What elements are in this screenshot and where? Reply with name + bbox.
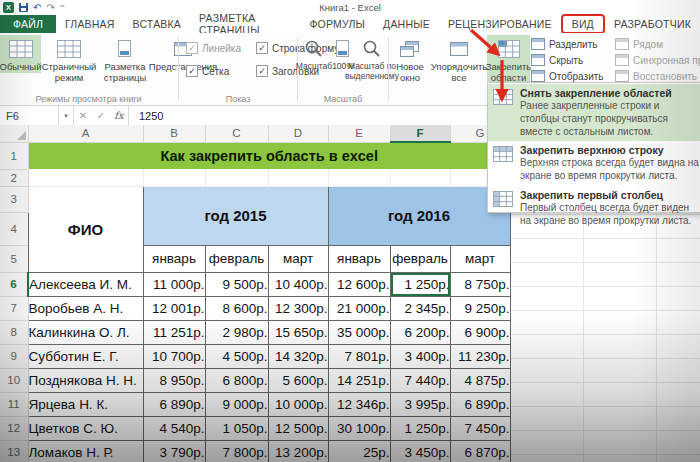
row-header-5[interactable]: 5 [0,245,28,272]
cell-G6[interactable]: 8 750р. [450,272,510,296]
cell-C7[interactable]: 8 600р. [205,296,268,320]
cell-C12[interactable]: 1 050р. [205,416,268,440]
row-header-10[interactable]: 10 [0,368,28,392]
cell-G8[interactable]: 6 900р. [450,320,510,344]
cell-A9[interactable]: Субботин Е. Г. [28,344,143,368]
cell-C6[interactable]: 9 500р. [205,272,268,296]
cell-D8[interactable]: 15 650р. [268,320,328,344]
gridlines-checkbox[interactable]: ✓Сетка [186,65,256,77]
cell-A8[interactable]: Калинкина О. Л. [28,320,143,344]
page-layout-view-button[interactable]: Разметка страницы [97,35,153,84]
cell-A2[interactable] [28,169,143,186]
cell-E13[interactable]: 25р. [328,440,390,462]
cell-E2[interactable] [328,169,390,186]
month-header-F5[interactable]: февраль [390,245,450,272]
row-header-4[interactable]: 4 [0,212,28,245]
tab-data[interactable]: ДАННЫЕ [374,15,439,33]
menu-item-freeze-first-column[interactable]: Закрепить первый столбецПервый столбец в… [488,186,700,231]
col-header-D[interactable]: D [268,125,328,142]
cell-B13[interactable]: 3 790р. [143,440,205,462]
cell-G12[interactable]: 7 450р. [450,416,510,440]
normal-view-button[interactable]: Обычный [0,35,41,73]
ruler-checkbox[interactable]: ✓Линейка [186,42,256,54]
cell-A13[interactable]: Ломаков Н. Р. [28,440,143,462]
cell-G9[interactable]: 11 230р. [450,344,510,368]
name-box[interactable]: F6 [0,106,59,125]
page-break-view-button[interactable]: Страничный режим [41,35,97,84]
unhide-button[interactable]: Отобразить [531,70,604,82]
tab-review[interactable]: РЕЦЕНЗИРОВАНИЕ [439,15,561,33]
cell-C13[interactable]: 7 800р. [205,440,268,462]
row-header-6[interactable]: 6 [0,272,28,296]
cell-F10[interactable]: 7 440р. [390,368,450,392]
menu-item-unfreeze-panes[interactable]: Снять закрепление областейРанее закрепле… [488,84,700,141]
tab-file[interactable]: ФАЙЛ [0,15,56,33]
cell-G10[interactable]: 4 875р. [450,368,510,392]
cell-G7[interactable]: 9 250р. [450,296,510,320]
cell-E6[interactable]: 12 600р. [328,272,390,296]
cell-G11[interactable]: 6 890р. [450,392,510,416]
cell-B6[interactable]: 11 000р. [143,272,205,296]
cell-E12[interactable]: 30 100р. [328,416,390,440]
cell-A6[interactable]: Алексеева И. М. [28,272,143,296]
cell-C10[interactable]: 6 800р. [205,368,268,392]
menu-item-freeze-top-row[interactable]: Закрепить верхнюю строкуВерхняя строка в… [488,141,700,186]
tab-insert[interactable]: ВСТАВКА [124,15,190,33]
cell-D7[interactable]: 12 300р. [268,296,328,320]
cell-F12[interactable]: 1 250р. [390,416,450,440]
cell-B7[interactable]: 12 001р. [143,296,205,320]
row-header-1[interactable]: 1 [0,142,28,169]
cell-F9[interactable]: 3 400р. [390,344,450,368]
month-header-E5[interactable]: январь [328,245,390,272]
tab-page-layout[interactable]: РАЗМЕТКА СТРАНИЦЫ [190,15,300,33]
header-year-2016-cell[interactable]: год 2016 [328,186,510,245]
tab-formulas[interactable]: ФОРМУЛЫ [300,15,374,33]
header-year-2015-cell[interactable]: год 2015 [143,186,328,245]
month-header-G5[interactable]: март [450,245,510,272]
cell-D12[interactable]: 12 500р. [268,416,328,440]
cell-G13[interactable]: 6 870р. [450,440,510,462]
cell-B11[interactable]: 6 890р. [143,392,205,416]
cell-B10[interactable]: 8 950р. [143,368,205,392]
cell-B2[interactable] [143,169,205,186]
cell-C8[interactable]: 2 980р. [205,320,268,344]
col-header-E[interactable]: E [328,125,390,142]
cell-A11[interactable]: Ярцева Н. К. [28,392,143,416]
name-box-dropdown-icon[interactable]: ▾ [59,106,74,125]
cell-E8[interactable]: 35 000р. [328,320,390,344]
month-header-B5[interactable]: январь [143,245,205,272]
cell-A7[interactable]: Воробьев А. Н. [28,296,143,320]
insert-function-icon[interactable]: fx [110,110,128,121]
cell-D9[interactable]: 14 320р. [268,344,328,368]
cell-D6[interactable]: 10 400р. [268,272,328,296]
row-header-11[interactable]: 11 [0,392,28,416]
cell-C11[interactable]: 9 000р. [205,392,268,416]
col-header-A[interactable]: A [28,125,143,142]
cell-F8[interactable]: 6 200р. [390,320,450,344]
cell-D11[interactable]: 10 000р. [268,392,328,416]
arrange-all-button[interactable]: Упорядочить все [431,35,487,100]
cell-D10[interactable]: 5 600р. [268,368,328,392]
row-header-12[interactable]: 12 [0,416,28,440]
cell-E10[interactable]: 14 251р. [328,368,390,392]
cell-D13[interactable]: 13 200р. [268,440,328,462]
cell-B9[interactable]: 10 700р. [143,344,205,368]
row-header-3[interactable]: 3 [0,186,28,212]
tab-developer[interactable]: РАЗРАБОТЧИК [605,15,700,33]
cell-F6[interactable]: 1 250р. [390,272,450,296]
save-icon[interactable] [19,3,28,12]
zoom-button[interactable]: Масштаб [299,35,329,72]
row-header-7[interactable]: 7 [0,296,28,320]
col-header-C[interactable]: C [205,125,268,142]
cell-E11[interactable]: 12 346р. [328,392,390,416]
select-all-button[interactable] [0,125,28,142]
col-header-F[interactable]: F [390,125,450,142]
col-header-B[interactable]: B [143,125,205,142]
sheet-title-cell[interactable]: Как закрепить область в excel [28,142,510,169]
month-header-C5[interactable]: февраль [205,245,268,272]
row-header-8[interactable]: 8 [0,320,28,344]
cell-B8[interactable]: 11 251р. [143,320,205,344]
cell-F11[interactable]: 3 995р. [390,392,450,416]
zoom-to-selection-button[interactable]: Масштаб по выделенному [357,35,387,82]
cell-F7[interactable]: 2 345р. [390,296,450,320]
